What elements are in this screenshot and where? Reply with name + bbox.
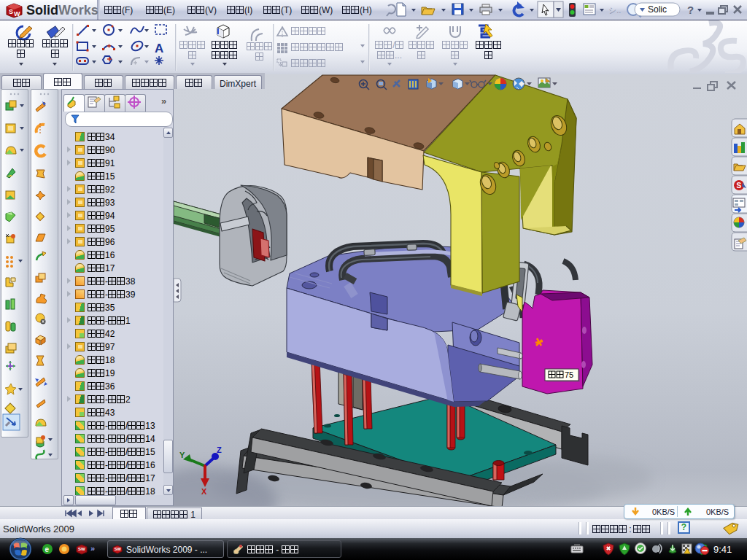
svg-text:シ..: シ..	[608, 6, 621, 15]
svg-text:SW: SW	[78, 547, 85, 551]
svg-text:X: X	[201, 487, 207, 496]
svg-text:S: S	[9, 8, 13, 15]
svg-text:S: S	[737, 182, 742, 190]
svg-text:Y: Y	[179, 451, 185, 459]
svg-text:»: »	[90, 544, 95, 553]
svg-text:Z: Z	[217, 446, 222, 454]
svg-text:W: W	[14, 10, 20, 18]
svg-text:A: A	[155, 42, 163, 55]
svg-text:?: ?	[687, 4, 694, 16]
svg-text:75: 75	[565, 370, 573, 379]
svg-text:Solic: Solic	[648, 4, 667, 15]
svg-text:SW: SW	[115, 547, 122, 551]
svg-text:e: e	[45, 545, 50, 553]
